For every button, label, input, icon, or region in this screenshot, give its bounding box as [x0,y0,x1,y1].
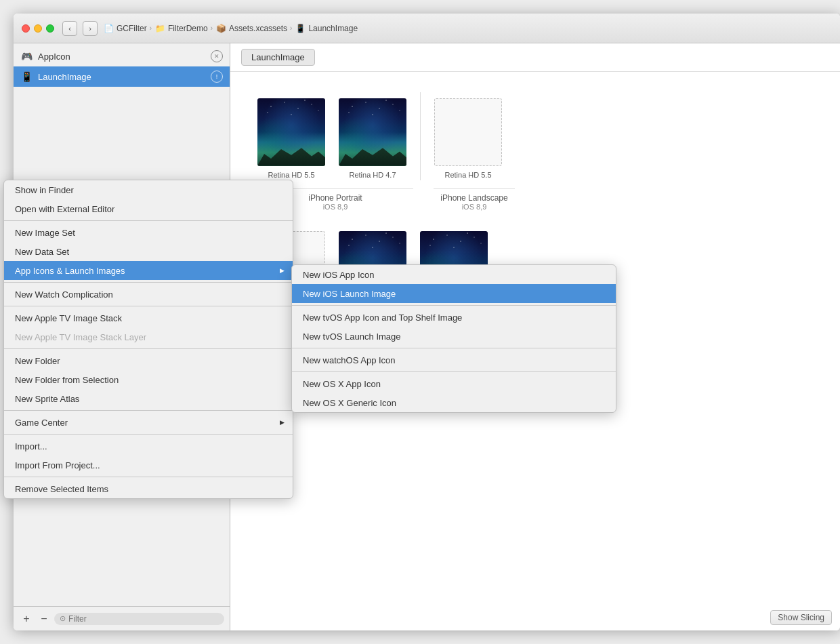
breadcrumb-item-gcfilter[interactable]: 📄 GCFilter [103,23,147,34]
menu-new-data-set[interactable]: New Data Set [4,242,293,261]
traffic-lights [22,24,54,33]
appicon-icon: 🎮 [20,50,33,62]
menu-sep-4 [4,348,293,349]
mountains-1 [257,142,325,166]
landscape-label-text: iPhone Landscape [434,193,515,203]
landscape-label: iPhone Landscape iOS 8,9 [434,188,515,211]
asset-footer: Show Slicing [770,610,832,625]
menu-import[interactable]: Import... [4,437,293,456]
label-retina-hd-55-landscape: Retina HD 5.5 [444,170,491,180]
menu-sep-6 [4,434,293,435]
submenu-new-osx-generic-icon[interactable]: New OS X Generic Icon [292,393,616,412]
submenu-sep-3 [292,371,616,372]
menu-new-watch-complication[interactable]: New Watch Complication [4,285,293,304]
maximize-button[interactable] [46,24,54,33]
menu-new-folder[interactable]: New Folder [4,351,293,370]
menu-new-apple-tv-stack-layer: New Apple TV Image Stack Layer [4,327,293,346]
label-retina-hd-47: Retina HD 4.7 [349,170,396,180]
menu-new-apple-tv-stack[interactable]: New Apple TV Image Stack [4,308,293,327]
menu-sep-7 [4,477,293,477]
breadcrumb-item-launchimage[interactable]: 📱 LaunchImage [295,23,358,34]
submenu-new-watchos-icon[interactable]: New watchOS App Icon [292,350,616,369]
remove-button[interactable]: − [37,611,51,626]
breadcrumb-sep-1: › [150,24,152,32]
image-box-empty-landscape [434,98,502,166]
night-sky-image-1 [257,98,325,166]
slot-retina-hd-55-1[interactable]: Retina HD 5.5 [257,98,325,180]
image-row-1: Retina HD 5.5 Retina HD 4.7 [257,92,813,180]
submenu-new-osx-icon[interactable]: New OS X App Icon [292,374,616,393]
menu-new-image-set[interactable]: New Image Set [4,223,293,242]
menu-game-center[interactable]: Game Center [4,413,293,432]
submenu-app-icons: New iOS App Icon New iOS Launch Image Ne… [291,264,616,413]
add-button[interactable]: + [19,611,34,626]
label-retina-hd-55-1: Retina HD 5.5 [268,170,314,180]
launchimage-icon: 📱 [20,71,33,83]
menu-remove-selected-items[interactable]: Remove Selected Items [4,479,293,498]
landscape-ios-version: iOS 8,9 [434,203,515,211]
phone-icon: 📱 [295,23,306,34]
sidebar-footer: + − ⊙ [14,606,230,630]
context-menu: Show in Finder Open with External Editor… [3,180,293,499]
filter-input[interactable] [68,614,219,624]
menu-sep-2 [4,282,293,283]
image-box-filled-1 [257,98,325,166]
group-labels-row: iPhone Portrait iOS 8,9 iPhone Landscape… [257,188,813,211]
breadcrumb: 📄 GCFilter › 📁 FilterDemo › 📦 Assets.xca… [103,23,358,34]
menu-show-in-finder[interactable]: Show in Finder [4,180,293,199]
minimize-button[interactable] [34,24,42,33]
asset-title-bar: LaunchImage [230,43,840,72]
mountains-2 [339,142,406,166]
close-button[interactable] [22,24,30,33]
menu-sep-1 [4,220,293,221]
sidebar-item-launchimage[interactable]: 📱 LaunchImage ! [14,66,230,87]
filter-icon: ⊙ [60,614,66,623]
group-portrait-ios89: Retina HD 5.5 Retina HD 4.7 [257,92,813,211]
stars-2 [339,98,406,139]
xcassets-icon: 📦 [215,23,226,34]
submenu-new-tvos-launch[interactable]: New tvOS Launch Image [292,327,616,346]
submenu-sep-2 [292,348,616,348]
breadcrumb-item-assets[interactable]: 📦 Assets.xcassets [215,23,287,34]
sidebar-item-appicon[interactable]: 🎮 AppIcon ✕ [14,46,230,66]
breadcrumb-sep-2: › [211,24,213,32]
launchimage-badge: ! [211,71,223,83]
document-icon: 📄 [103,23,114,34]
menu-new-folder-from-selection[interactable]: New Folder from Selection [4,370,293,389]
menu-sep-5 [4,410,293,411]
night-sky-image-2 [339,98,406,166]
menu-app-icons-launch-images[interactable]: App Icons & Launch Images [4,261,293,280]
asset-tab: LaunchImage [241,49,315,66]
vertical-divider-1 [420,92,421,180]
menu-open-external-editor[interactable]: Open with External Editor [4,199,293,218]
menu-sep-3 [4,306,293,306]
nav-forward-button[interactable]: › [83,21,98,36]
submenu-new-tvos-icon-shelf[interactable]: New tvOS App Icon and Top Shelf Image [292,308,616,327]
submenu-sep-1 [292,305,616,306]
folder-icon: 📁 [154,23,165,34]
slot-retina-hd-55-landscape[interactable]: Retina HD 5.5 [434,98,502,180]
stars-1 [257,98,325,139]
menu-import-from-project[interactable]: Import From Project... [4,456,293,475]
menu-new-sprite-atlas[interactable]: New Sprite Atlas [4,389,293,408]
slot-retina-hd-47[interactable]: Retina HD 4.7 [339,98,406,180]
nav-back-button[interactable]: ‹ [62,21,77,36]
appicon-badge: ✕ [211,50,223,62]
image-box-filled-2 [339,98,406,166]
show-slicing-button[interactable]: Show Slicing [770,610,832,625]
titlebar: ‹ › 📄 GCFilter › 📁 FilterDemo › 📦 Assets… [14,14,840,43]
breadcrumb-item-filterdemo[interactable]: 📁 FilterDemo [154,23,208,34]
submenu-new-ios-launch-image[interactable]: New iOS Launch Image [292,284,616,303]
filter-box: ⊙ [54,613,224,625]
breadcrumb-sep-3: › [290,24,292,32]
submenu-new-ios-app-icon[interactable]: New iOS App Icon [292,265,616,284]
